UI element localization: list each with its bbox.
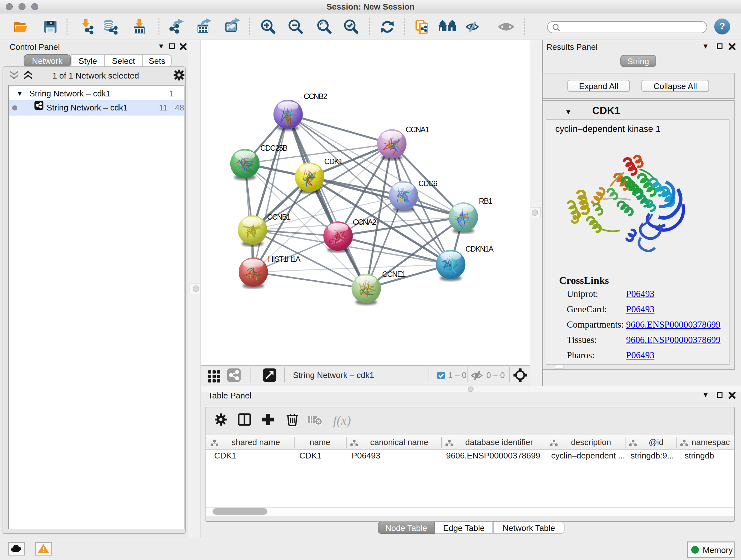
svg-text:1 – 0: 1 – 0 [448, 370, 467, 380]
svg-text:HIST1H1A: HIST1H1A [268, 255, 300, 263]
svg-text:CCNB2: CCNB2 [304, 92, 327, 101]
svg-text:f(x): f(x) [333, 413, 351, 428]
svg-text:CDC25B: CDC25B [260, 144, 287, 152]
svg-text:CDKN1A: CDKN1A [465, 245, 493, 253]
svg-text:CDK1: CDK1 [324, 157, 343, 166]
svg-text:CCNE1: CCNE1 [382, 270, 406, 278]
svg-text:CCNA1: CCNA1 [406, 125, 429, 134]
svg-text:String Network – cdk1: String Network – cdk1 [293, 370, 374, 380]
svg-text:CCNB1: CCNB1 [267, 212, 291, 221]
svg-text:RB1: RB1 [479, 197, 492, 205]
svg-text:0 – 0: 0 – 0 [486, 370, 505, 380]
svg-text:CCNA2: CCNA2 [353, 218, 377, 226]
svg-text:CDC6: CDC6 [418, 179, 437, 188]
